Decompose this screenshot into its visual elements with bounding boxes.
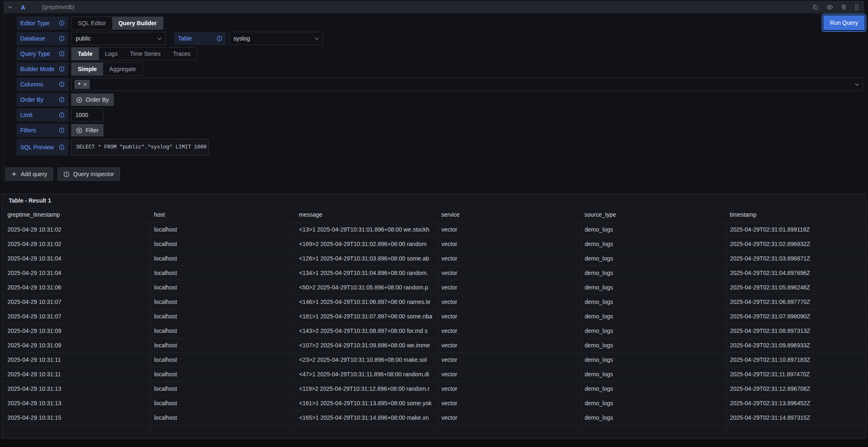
columns-row: Columns * ✕	[17, 78, 863, 91]
columns-multiselect[interactable]: * ✕	[71, 78, 863, 91]
cell-message: <169>2 2025-04-29T10:31:02.896+08:00 ran…	[296, 237, 438, 251]
builder-mode-option-aggregate[interactable]: Aggregate	[103, 63, 142, 75]
info-icon[interactable]	[59, 97, 65, 103]
table-select-value: syslog	[233, 35, 250, 42]
database-select[interactable]: public	[71, 32, 166, 45]
add-query-button[interactable]: Add query	[5, 167, 53, 181]
query-type-option-traces[interactable]: Traces	[167, 48, 197, 60]
limit-row: Limit	[17, 108, 863, 122]
plus-circle-icon	[76, 97, 82, 103]
cell-greptime-timestamp: 2025-04-29 10:31:11	[2, 367, 151, 381]
remove-tag-icon[interactable]: ✕	[83, 82, 87, 87]
query-row-header[interactable]: A (greptimedb)	[4, 1, 864, 13]
cell-source-type: demo_logs	[581, 309, 726, 323]
query-ref-id: A	[21, 4, 25, 11]
cell-greptime-timestamp: 2025-04-29 10:31:06	[2, 280, 151, 294]
column-header-message[interactable]: message	[296, 207, 438, 222]
table-select[interactable]: syslog	[229, 32, 323, 45]
order-by-row: Order By Order By	[17, 93, 863, 106]
column-header-greptime-timestamp[interactable]: greptime_timestamp	[2, 207, 151, 222]
database-select-value: public	[76, 35, 91, 42]
cell-host: localhost	[151, 381, 296, 396]
builder-mode-row: Builder Mode Simple Aggregate	[17, 62, 863, 76]
order-by-label: Order By	[17, 93, 68, 106]
table-row: 2025-04-29 10:31:06 localhost <50>2 2025…	[2, 280, 866, 294]
cell-message: <50>2 2025-04-29T10:31:05.896+08:00 rand…	[296, 280, 438, 294]
cell-host: localhost	[151, 251, 296, 265]
cell-timestamp: 2025-04-29T02:31:06.897770Z	[726, 294, 866, 309]
column-header-host[interactable]: host	[151, 207, 296, 222]
cell-greptime-timestamp: 2025-04-29 10:31:13	[2, 381, 151, 396]
cell-host: localhost	[151, 323, 296, 338]
limit-input[interactable]	[71, 108, 103, 122]
info-icon[interactable]	[59, 112, 65, 118]
editor-type-option-sql-editor[interactable]: SQL Editor	[72, 17, 112, 29]
query-row-left-rail	[3, 13, 4, 181]
cell-timestamp: 2025-04-29T02:31:03.896871Z	[726, 251, 866, 265]
cell-message: <146>1 2025-04-29T10:31:06.897+08:00 nam…	[296, 294, 438, 309]
sql-preview-code: SELECT * FROM "public"."syslog" LIMIT 10…	[71, 139, 209, 155]
builder-mode-option-simple[interactable]: Simple	[72, 63, 103, 75]
info-icon[interactable]	[59, 127, 65, 133]
table-filler-row	[2, 425, 866, 433]
cell-greptime-timestamp: 2025-04-29 10:31:07	[2, 309, 151, 323]
add-order-by-button[interactable]: Order By	[71, 93, 114, 106]
duplicate-icon[interactable]	[812, 4, 819, 10]
panel-title[interactable]: Table - Result 1	[2, 194, 866, 207]
add-filter-button[interactable]: Filter	[71, 124, 103, 136]
query-builder-form: Editor Type SQL Editor Query Builder Dat…	[17, 17, 863, 155]
run-query-button[interactable]: Run Query	[823, 15, 865, 30]
info-icon[interactable]	[59, 20, 65, 26]
collapse-chevron-down-icon[interactable]	[8, 5, 12, 9]
cell-source-type: demo_logs	[581, 410, 726, 425]
cell-host: localhost	[151, 396, 296, 410]
cell-source-type: demo_logs	[581, 265, 726, 280]
column-header-service[interactable]: service	[438, 207, 581, 222]
column-header-timestamp[interactable]: timestamp	[726, 207, 866, 222]
cell-host: localhost	[151, 265, 296, 280]
cell-message: <107>2 2025-04-29T10:31:09.896+08:00 we.…	[296, 338, 438, 352]
table-row: 2025-04-29 10:31:13 localhost <119>2 202…	[2, 381, 866, 396]
cell-message: <13>1 2025-04-29T10:31:01.896+08:00 we.s…	[296, 222, 438, 237]
info-icon[interactable]	[59, 144, 65, 150]
cell-timestamp: 2025-04-29T02:31:12.896708Z	[726, 381, 866, 396]
cell-message: <165>1 2025-04-29T10:31:14.896+08:00 mak…	[296, 410, 438, 425]
column-header-source-type[interactable]: source_type	[581, 207, 726, 222]
info-icon[interactable]	[59, 36, 65, 41]
query-type-option-table[interactable]: Table	[72, 48, 99, 60]
info-icon[interactable]	[59, 66, 65, 72]
cell-service: vector	[438, 280, 581, 294]
editor-type-row: Editor Type SQL Editor Query Builder	[17, 17, 863, 30]
table-row: 2025-04-29 10:31:09 localhost <143>2 202…	[2, 323, 866, 338]
filters-row: Filters Filter	[17, 124, 863, 137]
cell-source-type: demo_logs	[581, 352, 726, 367]
trash-icon[interactable]	[841, 4, 847, 10]
info-icon[interactable]	[59, 51, 65, 57]
query-type-option-time-series[interactable]: Time Series	[124, 48, 167, 60]
cell-host: localhost	[151, 309, 296, 323]
cell-host: localhost	[151, 410, 296, 425]
editor-type-option-query-builder[interactable]: Query Builder	[112, 17, 163, 29]
eye-icon[interactable]	[826, 4, 833, 11]
info-icon[interactable]	[216, 36, 222, 41]
info-icon[interactable]	[59, 81, 65, 87]
cell-message: <143>2 2025-04-29T10:31:08.897+08:00 for…	[296, 323, 438, 338]
query-inspector-button[interactable]: Query inspector	[58, 167, 120, 181]
sql-preview-row: SQL Preview SELECT * FROM "public"."sysl…	[17, 139, 863, 155]
cell-timestamp: 2025-04-29T02:31:13.896452Z	[726, 396, 866, 410]
grafana-query-editor-page: A (greptimedb) Editor Type SQL Editor Qu…	[0, 0, 868, 447]
cell-source-type: demo_logs	[581, 237, 726, 251]
cell-service: vector	[438, 338, 581, 352]
cell-greptime-timestamp: 2025-04-29 10:31:04	[2, 265, 151, 280]
cell-service: vector	[438, 294, 581, 309]
builder-mode-label: Builder Mode	[17, 62, 68, 76]
cell-source-type: demo_logs	[581, 222, 726, 237]
cell-timestamp: 2025-04-29T02:31:14.897315Z	[726, 410, 866, 425]
table-row: 2025-04-29 10:31:02 localhost <169>2 202…	[2, 237, 866, 251]
query-type-option-logs[interactable]: Logs	[99, 48, 124, 60]
drag-handle-icon[interactable]	[854, 3, 859, 11]
cell-greptime-timestamp: 2025-04-29 10:31:09	[2, 338, 151, 352]
cell-greptime-timestamp: 2025-04-29 10:31:07	[2, 294, 151, 309]
cell-greptime-timestamp: 2025-04-29 10:31:15	[2, 410, 151, 425]
editor-type-group: SQL Editor Query Builder	[71, 17, 164, 30]
